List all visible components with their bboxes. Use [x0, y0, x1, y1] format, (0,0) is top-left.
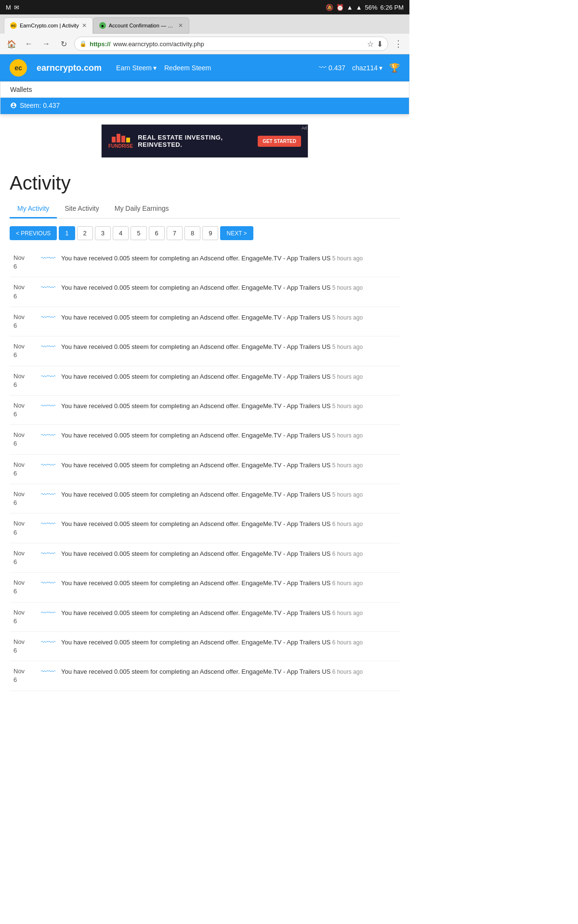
steem-waves-icon: 〰〰: [41, 461, 55, 469]
page-5-button[interactable]: 5: [131, 226, 146, 240]
clock: 6:26 PM: [381, 4, 404, 11]
activity-month: Nov: [13, 490, 35, 499]
activity-date: Nov 6: [13, 401, 35, 419]
steem-waves-icon: 〰〰: [41, 638, 55, 646]
url-protocol: https://: [90, 40, 110, 48]
tab-daily-earnings[interactable]: My Daily Earnings: [107, 200, 177, 218]
bookmark-icon[interactable]: ☆: [367, 39, 374, 49]
activity-day: 6: [13, 439, 35, 448]
page-7-button[interactable]: 7: [167, 226, 183, 240]
url-bar[interactable]: 🔒 https:// www.earncrypto.com/activity.p…: [74, 37, 388, 51]
activity-item: Nov 6 〰〰 You have received 0.005 steem f…: [10, 513, 400, 543]
site-logo-text[interactable]: earncrypto.com: [37, 63, 102, 73]
activity-date: Nov 6: [13, 254, 35, 271]
next-button[interactable]: NEXT >: [220, 226, 253, 240]
activity-message: You have received 0.005 steem for comple…: [61, 401, 396, 411]
trophy-icon: 🏆: [389, 63, 400, 73]
activity-message: You have received 0.005 steem for comple…: [61, 342, 396, 352]
tab-site-activity-label: Site Activity: [65, 205, 99, 212]
activity-message: You have received 0.005 steem for comple…: [61, 372, 396, 382]
activity-month: Nov: [13, 342, 35, 351]
site-header: ec earncrypto.com Earn Steem ▾ Redeem St…: [0, 54, 409, 81]
activity-time: 6 hours ago: [330, 521, 363, 527]
activity-date: Nov 6: [13, 342, 35, 359]
steem-waves-icon: 〰〰: [41, 313, 55, 321]
activity-time: 5 hours ago: [330, 373, 363, 380]
activity-item: Nov 6 〰〰 You have received 0.005 steem f…: [10, 632, 400, 661]
earn-steem-chevron: ▾: [153, 64, 157, 72]
steem-wallet-item[interactable]: Steem: 0.437: [0, 98, 409, 114]
logo-text: ec: [14, 64, 22, 72]
activity-time: 5 hours ago: [330, 284, 363, 291]
steem-balance-item: Steem: 0.437: [20, 102, 60, 109]
mail-icon: ✉: [14, 4, 19, 11]
fundrise-logo: FUNDRISE: [108, 134, 133, 149]
tab-close-button[interactable]: ✕: [82, 22, 87, 29]
activity-message: You have received 0.005 steem for comple…: [61, 638, 396, 647]
activity-time: 5 hours ago: [330, 344, 363, 350]
activity-message: You have received 0.005 steem for comple…: [61, 578, 396, 588]
ad-cta-button[interactable]: GET STARTED: [258, 136, 301, 147]
page-2-button[interactable]: 2: [77, 226, 93, 240]
steem-waves-icon: 〰〰: [41, 579, 55, 587]
activity-month: Nov: [13, 254, 35, 262]
page-4-button[interactable]: 4: [113, 226, 129, 240]
back-button[interactable]: ←: [22, 37, 36, 51]
wallets-label: Wallets: [0, 82, 409, 98]
activity-day: 6: [13, 558, 35, 566]
page-8-button[interactable]: 8: [184, 226, 200, 240]
activity-time: 5 hours ago: [330, 491, 363, 498]
ad-banner[interactable]: Ad FUNDRISE REAL ESTATE INVESTING, REINV…: [101, 124, 308, 158]
logo-icon[interactable]: ec: [10, 59, 27, 77]
activity-message: You have received 0.005 steem for comple…: [61, 313, 396, 322]
page-3-button[interactable]: 3: [95, 226, 111, 240]
activity-day: 6: [13, 676, 35, 684]
redeem-steem-nav[interactable]: Redeem Steem: [164, 64, 211, 72]
tab-daily-earnings-label: My Daily Earnings: [115, 205, 169, 212]
steem-waves-icon: 〰〰: [41, 520, 55, 528]
activity-message: You have received 0.005 steem for comple…: [61, 519, 396, 529]
page-1-button[interactable]: 1: [59, 226, 75, 240]
page-6-button[interactable]: 6: [149, 226, 165, 240]
notification-icon: M: [6, 4, 11, 11]
download-icon[interactable]: ⬇: [377, 39, 383, 49]
activity-month: Nov: [13, 519, 35, 528]
activity-day: 6: [13, 587, 35, 596]
browser-nav-row: 🏠 ← → ↻ 🔒 https:// www.earncrypto.com/ac…: [0, 34, 409, 54]
activity-item: Nov 6 〰〰 You have received 0.005 steem f…: [10, 455, 400, 484]
header-right: 〰 0.437 chaz114 ▾ 🏆: [319, 63, 400, 73]
activity-item: Nov 6 〰〰 You have received 0.005 steem f…: [10, 661, 400, 691]
activity-time: 5 hours ago: [330, 403, 363, 410]
activity-tabs: My Activity Site Activity My Daily Earni…: [10, 200, 400, 218]
more-options-button[interactable]: ⋮: [392, 37, 405, 51]
refresh-button[interactable]: ↻: [57, 37, 70, 51]
browser-chrome: ec EarnCrypto.com | Activity ✕ ● Account…: [0, 14, 409, 54]
username-button[interactable]: chaz114 ▾: [352, 64, 382, 72]
activity-list: Nov 6 〰〰 You have received 0.005 steem f…: [10, 248, 400, 691]
tab-label-active: EarnCrypto.com | Activity: [20, 23, 79, 28]
activity-month: Nov: [13, 638, 35, 646]
activity-month: Nov: [13, 313, 35, 321]
logo-name: earncrypto: [37, 63, 81, 73]
home-button[interactable]: 🏠: [5, 37, 18, 51]
browser-tab-inactive[interactable]: ● Account Confirmation — Ste ✕: [93, 17, 189, 34]
page-title: Activity: [10, 163, 400, 200]
steem-waves-icon: 〰〰: [41, 283, 55, 292]
browser-tab-active[interactable]: ec EarnCrypto.com | Activity ✕: [4, 17, 93, 34]
tab-site-activity[interactable]: Site Activity: [57, 200, 107, 218]
fundrise-brand: FUNDRISE: [108, 143, 133, 149]
forward-button[interactable]: →: [39, 37, 53, 51]
page-9-button[interactable]: 9: [202, 226, 218, 240]
earn-steem-nav[interactable]: Earn Steem ▾: [116, 64, 157, 72]
activity-month: Nov: [13, 667, 35, 676]
activity-date: Nov 6: [13, 313, 35, 330]
activity-month: Nov: [13, 549, 35, 558]
activity-time: 6 hours ago: [330, 580, 363, 587]
prev-button[interactable]: < PREVIOUS: [10, 226, 57, 240]
tab-my-activity[interactable]: My Activity: [10, 200, 57, 218]
alarm-icon: ⏰: [336, 4, 344, 11]
pagination: < PREVIOUS 1 2 3 4 5 6 7 8 9 NEXT >: [10, 226, 400, 240]
header-nav: Earn Steem ▾ Redeem Steem: [116, 64, 211, 72]
tab2-close-button[interactable]: ✕: [178, 22, 183, 29]
status-left: M ✉: [6, 4, 19, 11]
